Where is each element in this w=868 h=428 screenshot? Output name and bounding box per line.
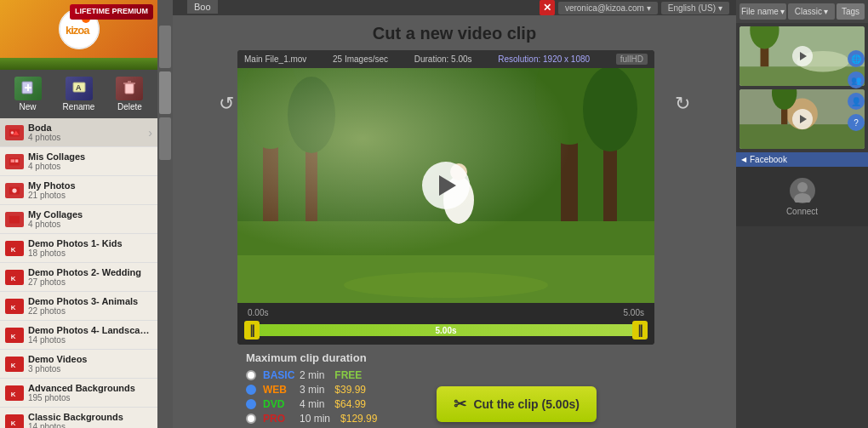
svg-text:K: K: [11, 245, 16, 253]
album-item-demo-landscapes[interactable]: K Demo Photos 4- Landscapes 14 photos: [0, 321, 157, 350]
tier-label-dvd: DVD: [263, 398, 293, 410]
album-item-demo-wedding[interactable]: K Demo Photos 2- Wedding 27 photos: [0, 263, 157, 292]
dialog-content: Cut a new video clip ↺ Main File_1.mov 2…: [220, 15, 688, 428]
rotate-left-button[interactable]: ↺: [219, 93, 234, 115]
album-item-mis-collages[interactable]: Mis Collages 4 photos: [0, 147, 157, 176]
album-name: Boda: [28, 123, 144, 133]
file-name-filter[interactable]: File name ▾: [740, 3, 786, 20]
new-button[interactable]: New: [14, 77, 42, 111]
album-item-classic-bg[interactable]: K Classic Backgrounds 14 photos: [0, 408, 157, 428]
globe-icon[interactable]: 🌐: [848, 50, 865, 67]
clip-option-pro[interactable]: PRO 10 min $129.99: [246, 413, 377, 425]
preview-strip: [157, 0, 173, 428]
language-chevron-icon: ▾: [718, 3, 722, 13]
album-item-advanced-bg[interactable]: K Advanced Backgrounds 195 photos: [0, 379, 157, 408]
price-dvd: $64.99: [334, 398, 366, 410]
clip-option-rows: BASIC 2 min FREE WEB 3 min $39.99: [246, 369, 377, 427]
timeline-left-handle[interactable]: ‖: [244, 321, 260, 340]
album-count: 3 photos: [28, 364, 152, 374]
video-area: ↺ Main File_1.mov 25 Images/sec Duration…: [237, 50, 671, 345]
delete-button[interactable]: Delete: [116, 77, 143, 111]
user-email-btn[interactable]: veronica@kizoa.com ▾: [558, 2, 658, 14]
svg-text:K: K: [11, 390, 16, 397]
dialog-title: Cut a new video clip: [373, 24, 536, 43]
person-icon[interactable]: 👤: [848, 93, 865, 110]
video-meta-bar: Main File_1.mov 25 Images/sec Duration: …: [237, 50, 654, 68]
album-item-my-collages[interactable]: My Collages 4 photos: [0, 205, 157, 234]
svg-point-60: [794, 193, 811, 203]
sidebar-header: kizoa LIFETIME PREMIUM: [0, 0, 157, 58]
album-thumb: K: [5, 241, 24, 256]
tier-label-basic: BASIC: [263, 369, 293, 381]
svg-text:K: K: [11, 361, 16, 368]
album-name: Advanced Backgrounds: [28, 383, 152, 393]
left-sidebar: kizoa LIFETIME PREMIUM New: [0, 0, 157, 428]
svg-text:kizoa: kizoa: [66, 24, 90, 37]
album-thumb: K: [5, 357, 24, 372]
album-item-demo-animals[interactable]: K Demo Photos 3- Animals 22 photos: [0, 292, 157, 321]
price-pro: $129.99: [340, 413, 377, 425]
clip-option-dvd[interactable]: DVD 4 min $64.99: [246, 398, 377, 410]
album-item-my-photos[interactable]: My Photos 21 photos: [0, 176, 157, 205]
svg-rect-15: [11, 159, 14, 163]
language-btn[interactable]: English (US) ▾: [661, 2, 729, 14]
album-item-demo-kids[interactable]: K Demo Photos 1- Kids 18 photos: [0, 234, 157, 263]
tags-button[interactable]: Tags: [837, 3, 865, 20]
help-icon[interactable]: ?: [848, 114, 865, 131]
classic-view-btn[interactable]: Classic ▾: [788, 3, 835, 20]
strip-thumb-1: [159, 26, 171, 68]
play-button[interactable]: [422, 162, 470, 209]
album-info: Demo Photos 1- Kids 18 photos: [28, 238, 152, 258]
tags-label: Tags: [842, 7, 859, 16]
facebook-bar[interactable]: Facebook: [736, 152, 868, 167]
tier-label-pro: PRO: [263, 413, 293, 425]
lifetime-badge: LIFETIME PREMIUM: [70, 4, 153, 20]
album-info: Demo Videos 3 photos: [28, 354, 152, 374]
people-icon[interactable]: 👥: [848, 71, 865, 88]
svg-rect-16: [15, 159, 19, 163]
scissors-icon: ✂: [454, 395, 466, 414]
radio-basic[interactable]: [246, 370, 256, 380]
media-thumb-1[interactable]: [740, 26, 865, 86]
new-icon: [14, 77, 42, 100]
duration-web: 3 min: [300, 384, 324, 396]
fullhd-badge: fullHD: [616, 54, 648, 65]
video-preview[interactable]: [237, 68, 654, 303]
cut-clip-button[interactable]: ✂ Cut the clip (5.00s): [437, 386, 596, 422]
timeline-right-handle[interactable]: ‖: [632, 321, 648, 340]
timeline-area: 0.00s 5.00s 5.00s ‖ ‖: [237, 303, 654, 345]
timeline-start: 0.00s: [248, 308, 268, 317]
clip-option-web[interactable]: WEB 3 min $39.99: [246, 384, 377, 396]
album-thumb: [5, 125, 24, 140]
connect-area: Connect: [736, 167, 868, 226]
language-text: English (US): [668, 3, 716, 13]
svg-text:K: K: [11, 332, 16, 340]
timeline-track[interactable]: 5.00s ‖ ‖: [244, 321, 648, 340]
video-fps: 25 Images/sec: [333, 54, 388, 64]
rotate-right-button[interactable]: ↻: [675, 93, 690, 115]
close-button[interactable]: ✕: [540, 0, 555, 15]
album-item-boda[interactable]: Boda 4 photos ›: [0, 118, 157, 147]
album-item-demo-videos[interactable]: K Demo Videos 3 photos: [0, 350, 157, 379]
album-name: Mis Collages: [28, 151, 152, 162]
album-thumb: [5, 183, 24, 198]
svg-rect-50: [740, 66, 865, 86]
strip-thumb-3: [159, 117, 171, 160]
boo-tab[interactable]: Boo: [187, 0, 218, 14]
album-info: My Photos 21 photos: [28, 180, 152, 200]
right-panel: File name ▾ Classic ▾ Tags 🌐 👥 👤 ?: [736, 0, 868, 428]
timeline-labels: 0.00s 5.00s: [244, 306, 648, 319]
clip-option-basic[interactable]: BASIC 2 min FREE: [246, 369, 377, 381]
album-info: Boda 4 photos: [28, 123, 144, 142]
radio-web[interactable]: [246, 385, 256, 395]
rename-button[interactable]: A Rename: [63, 77, 95, 111]
album-list: Boda 4 photos › Mis Collages 4 photos My…: [0, 118, 157, 428]
media-thumb-2[interactable]: [740, 89, 865, 149]
album-count: 4 photos: [28, 220, 152, 229]
radio-pro[interactable]: [246, 414, 256, 424]
side-icons: 🌐 👥 👤 ?: [848, 50, 865, 131]
radio-dvd[interactable]: [246, 399, 256, 409]
main-dialog-area: Boo ✕ veronica@kizoa.com ▾ English (US) …: [173, 0, 736, 428]
video-container: Main File_1.mov 25 Images/sec Duration: …: [237, 50, 654, 345]
right-panel-content: 🌐 👥 👤 ?: [736, 23, 868, 152]
